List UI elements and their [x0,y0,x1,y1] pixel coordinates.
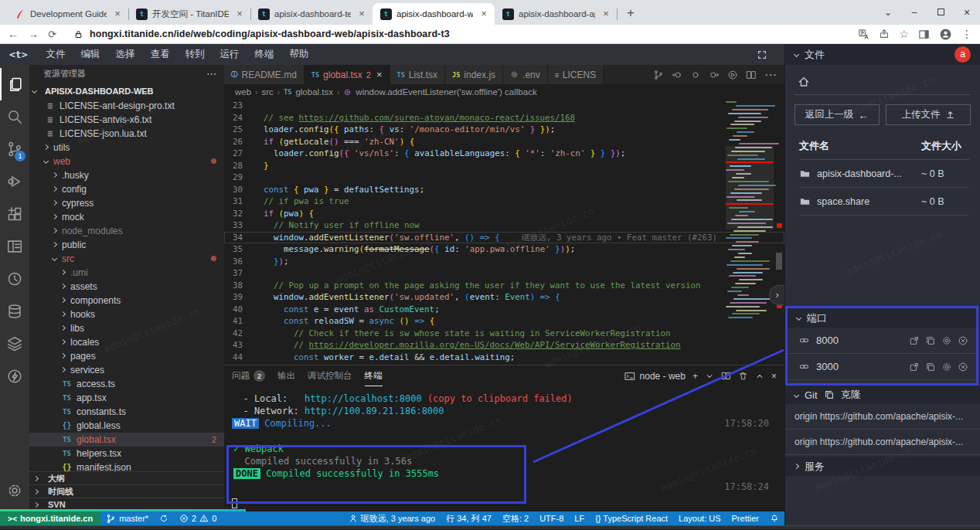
terminal-output[interactable]: - Local: http://localhost:8000 (copy to … [224,386,784,511]
activity-extensions-icon[interactable] [0,198,29,230]
activity-layers-icon[interactable] [0,328,29,360]
navigate-forward-icon[interactable] [709,70,720,80]
tree-item-assets[interactable]: assets [29,280,224,294]
tree-item-libs[interactable]: libs [29,321,224,335]
menu-item-转到[interactable]: 转到 [177,44,212,65]
problems-indicator[interactable]: 20 [174,511,222,525]
translate-icon[interactable] [858,29,869,40]
editor-tab-.env[interactable]: .env [503,65,548,84]
editor-tab-List.tsx[interactable]: TSList.tsx [390,65,446,84]
port-settings-icon[interactable] [941,335,952,346]
code-editor[interactable]: 2324 // see https://github.com/suren-ato… [224,100,784,365]
navigate-back-icon[interactable] [672,70,682,80]
language-mode[interactable]: {} TypeScript React [590,511,673,525]
open-in-browser-icon[interactable] [909,335,920,346]
ports-section-header[interactable]: 端口 [788,308,976,328]
menu-item-运行[interactable]: 运行 [212,44,247,65]
tree-item-pages[interactable]: pages [29,349,224,363]
home-icon[interactable] [785,71,980,94]
copy-address-icon[interactable] [925,362,936,372]
encoding-indicator[interactable]: UTF-8 [534,511,569,525]
back-button[interactable]: ← [8,28,19,40]
eol-indicator[interactable]: LF [569,511,590,525]
address-bar[interactable]: hongxi.titanide.cn/ide/web/coding/apisix… [66,26,849,42]
keyboard-layout[interactable]: Layout: US [673,511,726,525]
tree-item-.husky[interactable]: .husky [29,168,224,182]
tree-root[interactable]: APISIX-DASHBOARD-WEB [29,83,224,99]
tab-close-icon[interactable]: × [233,8,246,20]
menu-item-选择[interactable]: 选择 [107,44,142,65]
breadcrumb[interactable]: web›src›TSglobal.tsx›window.addEventList… [224,84,784,100]
close-port-icon[interactable] [958,335,968,346]
forward-button[interactable]: → [28,28,39,40]
open-in-browser-icon[interactable] [909,362,920,372]
tree-item-constants.ts[interactable]: TSconstants.ts [29,405,224,419]
kill-terminal-icon[interactable] [738,371,748,381]
file-row-apisix-dashboard-...[interactable]: apisix-dashboard-...~ 0 B [799,160,969,188]
git-section-header[interactable]: Git 克隆 [785,386,980,404]
tree-item-global.less[interactable]: {}global.less [29,419,224,433]
port-settings-icon[interactable] [941,362,952,372]
activity-explorer-icon[interactable] [0,68,29,100]
breadcrumb-item[interactable]: global.tsx [295,87,333,97]
blame-indicator[interactable]: 琚致远, 3 years ago [343,511,441,525]
activity-history-icon[interactable] [0,263,29,295]
cursor-position[interactable]: 行 34, 列 47 [441,511,497,525]
browser-tab[interactable]: t开发空间 - TitanIDE× [128,3,250,25]
remote-indicator[interactable]: >< hongxi.titanide.cn [0,511,100,525]
tab-close-icon[interactable]: × [376,69,383,80]
git-remote-row[interactable]: origin https://github.com/apache/apisix-… [785,404,980,430]
sidebar-section-时间线[interactable]: 时间线 [29,485,224,498]
terminal-tab-问题[interactable]: 问题2 [232,365,265,386]
file-row-space.share[interactable]: space.share~ 0 B [799,188,969,216]
window-minimize-button[interactable]: – [901,0,927,25]
tree-item-mock[interactable]: mock [29,210,224,224]
tree-item-components[interactable]: components [29,294,224,307]
browser-tab[interactable]: tapisix-dashboard-api - TitanID× [495,3,617,25]
terminal-shell-selector[interactable]: node - web [624,371,686,382]
tab-close-icon[interactable]: × [111,8,124,20]
tree-item-access.ts[interactable]: TSaccess.ts [29,377,224,391]
breadcrumb-item[interactable]: window.addEventListener('sw.offline') ca… [356,87,536,97]
notifications-bell-icon[interactable] [764,511,784,525]
window-menu-icon[interactable]: ⌄ [875,0,901,25]
services-section-header[interactable]: 服务 [785,457,980,476]
editor-scrollbar[interactable] [774,100,784,365]
scm-graph-icon[interactable] [653,70,664,80]
tab-close-icon[interactable]: × [600,8,612,20]
run-file-icon[interactable] [727,70,738,80]
browser-menu-icon[interactable]: ⋮ [961,28,972,40]
tree-item-config[interactable]: config [29,182,224,196]
settings-gear-icon[interactable] [0,474,29,507]
browser-tab[interactable]: tapisix-dashboard-web - TitanlI× [373,3,495,25]
editor-tab-global.tsx[interactable]: TSglobal.tsx2× [305,65,390,84]
maximize-panel-icon[interactable] [755,372,764,381]
window-maximize-button[interactable] [927,0,954,25]
tree-item-LICENSE-antvis-x6.txt[interactable]: ≡LICENSE-antvis-x6.txt [29,113,224,127]
tree-item-LICENSE-json.lua.txt[interactable]: ≡LICENSE-json.lua.txt [29,127,224,141]
more-actions-icon[interactable]: ⋯ [764,67,777,82]
new-tab-button[interactable]: + [621,4,640,22]
menu-item-文件[interactable]: 文件 [38,44,73,65]
activity-remote-explorer-icon[interactable] [0,230,29,263]
tree-item-global.tsx[interactable]: TSglobal.tsx2 [29,433,224,447]
sync-icon[interactable] [154,511,174,525]
tab-close-icon[interactable]: × [478,8,490,20]
editor-tab-index.js[interactable]: JSindex.js [445,65,503,84]
tree-item-services[interactable]: services [29,363,224,377]
scrollbar-thumb[interactable] [776,253,782,270]
menu-item-编辑[interactable]: 编辑 [73,44,107,65]
menu-item-终端[interactable]: 终端 [247,44,281,65]
new-terminal-icon[interactable]: + [692,371,698,382]
indent-indicator[interactable]: 空格: 2 [497,511,534,525]
profile-avatar-icon[interactable] [939,28,952,41]
tree-item-.umi[interactable]: .umi [29,266,224,280]
formatter-indicator[interactable]: Prettier [726,511,764,525]
activity-source-control-icon[interactable]: 1 [0,133,29,165]
tree-item-LICENSE-ant-design-pro.txt[interactable]: ≡LICENSE-ant-design-pro.txt [29,99,224,113]
editor-tab-LICENS[interactable]: ≡LICENS [548,65,604,84]
panel-expand-button[interactable]: › [769,285,784,305]
sidebar-section-大纲[interactable]: 大纲 [29,472,224,485]
git-remote-row[interactable]: origin https://github.com/apache/apisix-… [785,430,980,455]
reading-panel-icon[interactable] [918,29,930,40]
